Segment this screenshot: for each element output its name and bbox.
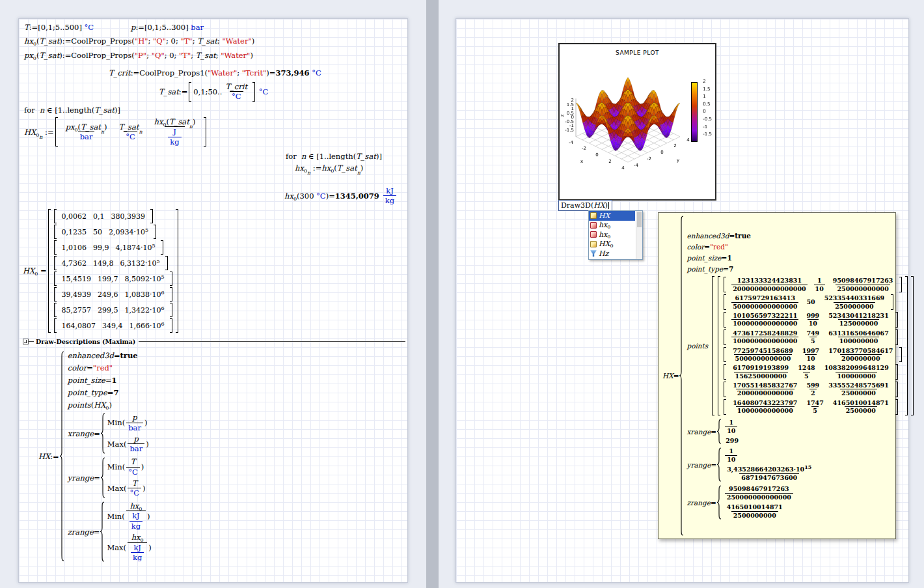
draw3d-formula[interactable]: Draw3D(HX) (558, 200, 612, 211)
autocomplete-item[interactable]: HX (589, 211, 635, 221)
section-divider-draw-descriptions: Draw-Descriptions (Maxima) (23, 338, 405, 345)
matrix-row: 85,2757 299,5 1,3422·106 (53, 303, 174, 317)
worksheet-page-right[interactable]: SAMPLE PLOT 21.510.50-0.5-1-1.5 Draw3D(H… (455, 18, 909, 583)
autocomplete-item-icon (590, 250, 597, 257)
tooltip-curly-brace (716, 447, 722, 482)
matrix-row: 0,1235 50 2,0934·105 (53, 225, 158, 239)
hx-points-line: points(HX0) (68, 400, 112, 410)
section-divider-label: Draw-Descriptions (Maxima) (36, 338, 135, 345)
collapse-toggle-icon[interactable] (23, 339, 29, 344)
tooltip-zrange-group: zrange= 95098467917263250000000000000 41… (686, 485, 794, 520)
colorbar-tick-label: -0.5 (703, 117, 712, 124)
text-cursor (608, 202, 609, 209)
colorbar-tick-label: -1.5 (703, 132, 712, 139)
colorbar-tick-label: -1 (703, 124, 712, 132)
autocomplete-item-icon (590, 212, 597, 219)
hx-point-type-line: point_type=7 (68, 388, 119, 397)
for-loop-2[interactable]: for n ∈ [1..length(T_sat)] (286, 152, 382, 161)
plot-3d-panel[interactable]: SAMPLE PLOT 21.510.50-0.5-1-1.5 (558, 43, 716, 201)
plot-colorbar (691, 82, 698, 142)
left-curly-brace (100, 457, 105, 498)
expr-hx0-at-300-result[interactable]: hx0(300 °C)=1345,0079 kJkg (284, 186, 398, 206)
matrix-HX0-result[interactable]: HX0 = 0,0062 0,1 380,3939 0,1235 50 2,09… (23, 209, 180, 333)
plot-canvas[interactable] (560, 60, 692, 178)
tooltip-matrix-row: 1705514858327672000000000000 5992 335552… (722, 382, 899, 397)
left-curly-brace (59, 351, 64, 562)
autocomplete-item[interactable]: hx0 (589, 221, 635, 231)
tooltip-xrange-group: xrange= 110 299 (686, 419, 739, 444)
autocomplete-item[interactable]: hx0 (589, 230, 635, 240)
matrix-close-bracket (176, 209, 178, 333)
autocomplete-item-icon (590, 222, 597, 229)
tooltip-enhanced3d-line: enhanced3d=true (686, 232, 751, 240)
expr-HX-draw-spec[interactable]: HX:= enhanced3d=true color="red" point_s… (38, 351, 152, 562)
matrix-open-bracket (48, 209, 51, 333)
expr-Tsat-def[interactable]: T_sat:= 0,1;50.. T_crit°C °C (159, 82, 268, 102)
fraction-Tcrit-degC: T_crit°C (223, 82, 249, 102)
hx-value-tooltip: HX= enhanced3d=true color="red" point_si… (658, 212, 896, 539)
fraction-kJ-per-kg: kJkg (383, 186, 396, 206)
tooltip-curly-brace (716, 419, 722, 444)
scrollbar-thumb[interactable] (637, 212, 642, 227)
fraction-Tsat-degC: T_satn°C (117, 122, 144, 142)
expr-hx0n-assign[interactable]: hx0n :=hx0(T_satn) (295, 163, 363, 173)
plot-title: SAMPLE PLOT (560, 49, 715, 56)
tooltip-matrix-row: 101056597322211100000000000000 99910 523… (722, 312, 899, 328)
worksheet-page-left[interactable]: T:=[0,1;5..500] °C p:=[0,1;5..300] bar h… (18, 18, 408, 583)
hx-color-line: color="red" (68, 363, 113, 372)
expr-T-range-def[interactable]: T:=[0,1;5..500] °C (24, 23, 94, 32)
tooltip-matrix-row: 12313332442383120000000000000000 110 950… (722, 277, 903, 292)
tooltip-matrix-row: 772597451586895000000000000 199710 17018… (722, 347, 903, 363)
hx-point-size-line: point_size=1 (68, 376, 117, 385)
tooltip-matrix-row: 6170919193899156250000000 12485 10838209… (722, 364, 899, 380)
tooltip-point-size-line: point_size=1 (686, 254, 731, 262)
tooltip-point-type-line: point_type=7 (686, 265, 733, 273)
hx-def-label: HX:= (38, 452, 59, 461)
matrix-row: 15,4519 199,7 8,5092·105 (53, 272, 174, 286)
hx-zrange-group: zrange= Min(hx0kJkg) Max(hx0kJkg) (68, 501, 152, 562)
tooltip-hx-label: HX= (662, 372, 679, 380)
tooltip-color-line: color="red" (686, 243, 727, 251)
hx-xrange-group: xrange= Min(pbar) Max(pbar) (68, 413, 149, 454)
hx-yrange-group: yrange= Min(T°C) Max(T°C) (68, 457, 146, 498)
colorbar-tick-labels: 21.510.50-0.5-1-1.5 (703, 79, 712, 139)
colorbar-tick-label: 0 (703, 109, 712, 117)
tooltip-curly-brace (679, 216, 684, 536)
colorbar-tick-label: 1.5 (703, 87, 712, 94)
autocomplete-item-icon (590, 231, 597, 238)
matrix-row: 0,0062 0,1 380,3939 (53, 209, 155, 223)
tooltip-points-group: points 12313332442383120000000000000000 … (686, 276, 915, 415)
colorbar-tick-label: 0.5 (703, 102, 712, 109)
matrix-row: 164,0807 349,4 1,666·106 (53, 318, 174, 333)
colorbar-tick-label: 1 (703, 94, 712, 102)
open-bracket (55, 117, 58, 147)
left-curly-brace (100, 413, 105, 454)
expr-p-range-def[interactable]: p:=[0,1;5..300] bar (131, 23, 204, 32)
expr-Tcrit-def[interactable]: T_crit:=CoolProp_Props1("Water"; "Tcrit"… (109, 68, 321, 77)
left-curly-brace (100, 501, 105, 562)
expr-px0-function-def[interactable]: px0(T_sat):=CoolProp_Props("P"; "Q"; 0; … (24, 51, 253, 60)
autocomplete-item-icon (590, 241, 597, 247)
close-bracket (252, 82, 255, 102)
page-gap-divider (426, 0, 439, 588)
colorbar-tick-label: 2 (703, 79, 712, 87)
fraction-px0-bar: px0(T_satn)bar (64, 122, 109, 142)
fraction-hx0-J-per-kg: hx0(T_satn)Jkg (152, 117, 198, 147)
matrix-row: 39,4939 249,6 1,0838·106 (53, 287, 174, 301)
tooltip-matrix-row: 1640807432237971000000000000 17475 41650… (722, 399, 899, 415)
expr-HX0-row-def[interactable]: HX0n := px0(T_satn)bar T_satn°C hx0(T_sa… (24, 117, 208, 147)
tooltip-matrix-row: 61759729163413500000000000000 50 5233544… (722, 294, 895, 310)
matrix-row: 1,0106 99,9 4,1874·105 (53, 240, 165, 255)
tooltip-yrange-group: yrange= 110 3,43528664203263·10156871947… (686, 447, 815, 482)
tooltip-curly-brace (716, 485, 722, 520)
tooltip-matrix-row: 473617258248829100000000000000 7495 6313… (722, 329, 899, 345)
expr-hx0-function-def[interactable]: hx0(T_sat):=CoolProp_Props("H"; "Q"; 0; … (24, 36, 254, 46)
for-loop-1[interactable]: for n ∈ [1..length(T_sat)] (24, 105, 120, 115)
autocomplete-item[interactable]: HX0 (589, 240, 635, 249)
autocomplete-scrollbar[interactable] (636, 211, 642, 259)
open-bracket (189, 82, 191, 102)
autocomplete-dropdown[interactable]: HX hx0 hx0 HX0 Hz (588, 210, 643, 260)
close-bracket (204, 117, 206, 147)
matrix-row: 4,7362 149,8 6,3132·105 (53, 256, 169, 270)
autocomplete-item[interactable]: Hz (589, 249, 635, 259)
